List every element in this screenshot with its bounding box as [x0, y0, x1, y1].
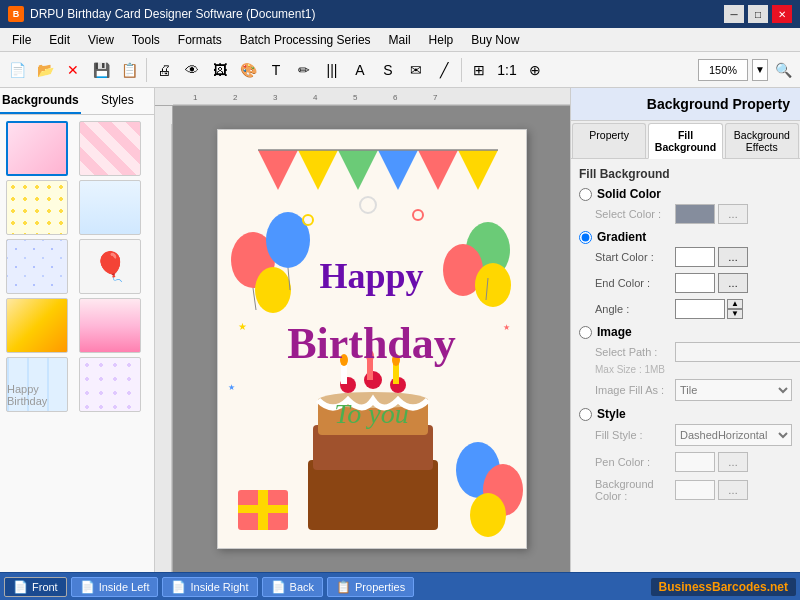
tb-ratio[interactable]: 1:1	[494, 57, 520, 83]
rp-tabs: Property Fill Background Background Effe…	[571, 121, 800, 159]
tb-grid[interactable]: ⊞	[466, 57, 492, 83]
ruler-left	[155, 106, 173, 572]
tb-saveas[interactable]: 📋	[116, 57, 142, 83]
end-color-browse[interactable]: …	[718, 273, 748, 293]
tab-front-icon: 📄	[13, 580, 28, 594]
tb-more2[interactable]: ╱	[431, 57, 457, 83]
angle-up[interactable]: ▲	[727, 299, 743, 309]
tb-close[interactable]: ✕	[60, 57, 86, 83]
angle-input[interactable]: 359	[675, 299, 725, 319]
bg-thumb-6[interactable]: 🎈	[79, 239, 141, 294]
solid-color-browse[interactable]: …	[718, 204, 748, 224]
bg-thumb-8[interactable]	[79, 298, 141, 353]
tb-zoomout[interactable]: 🔍	[770, 57, 796, 83]
menu-view[interactable]: View	[80, 31, 122, 49]
tab-back-label: Back	[290, 581, 314, 593]
tb-preview[interactable]: 👁	[179, 57, 205, 83]
tb-text[interactable]: T	[263, 57, 289, 83]
tb-color[interactable]: 🎨	[235, 57, 261, 83]
bg-thumb-9[interactable]: Happy Birthday	[6, 357, 68, 412]
svg-rect-50	[238, 505, 288, 513]
tab-inside-left[interactable]: 📄 Inside Left	[71, 577, 159, 597]
solid-color-radio[interactable]	[579, 188, 592, 201]
tab-back-icon: 📄	[271, 580, 286, 594]
svg-text:4: 4	[313, 93, 318, 102]
card-text-toyou: To you	[334, 398, 408, 430]
bg-thumb-10[interactable]	[79, 357, 141, 412]
bg-thumb-1[interactable]	[6, 121, 68, 176]
close-button[interactable]: ✕	[772, 5, 792, 23]
title-bar: B DRPU Birthday Card Designer Software (…	[0, 0, 800, 28]
menu-batch[interactable]: Batch Processing Series	[232, 31, 379, 49]
bg-thumb-2[interactable]	[79, 121, 141, 176]
brand-area: BusinessBarcodes.net	[651, 578, 796, 596]
svg-text:3: 3	[273, 93, 278, 102]
start-color-browse[interactable]: …	[718, 247, 748, 267]
bg-thumb-5[interactable]	[6, 239, 68, 294]
bg-color-label: Background Color :	[595, 478, 675, 502]
tb-save[interactable]: 💾	[88, 57, 114, 83]
menu-mail[interactable]: Mail	[381, 31, 419, 49]
tab-front[interactable]: 📄 Front	[4, 577, 67, 597]
tb-open[interactable]: 📂	[32, 57, 58, 83]
tb-barcode[interactable]: |||	[319, 57, 345, 83]
toolbar: 📄 📂 ✕ 💾 📋 🖨 👁 🖼 🎨 T ✏ ||| A S ✉ ╱ ⊞ 1:1 …	[0, 52, 800, 88]
zoom-input[interactable]: 150%	[698, 59, 748, 81]
angle-down[interactable]: ▼	[727, 309, 743, 319]
menu-tools[interactable]: Tools	[124, 31, 168, 49]
bg-thumb-4[interactable]	[79, 180, 141, 235]
select-color-label: Select Color :	[595, 208, 675, 220]
image-fill-row: Image Fill As : Tile	[579, 379, 792, 401]
menu-buynow[interactable]: Buy Now	[463, 31, 527, 49]
angle-row: Angle : 359 ▲ ▼	[579, 299, 792, 319]
image-fill-select: Tile	[675, 379, 792, 401]
image-fill-label: Image Fill As :	[595, 384, 675, 396]
tab-properties[interactable]: 📋 Properties	[327, 577, 414, 597]
tab-back[interactable]: 📄 Back	[262, 577, 323, 597]
ruler-top: 1 2 3 4 5 6 7	[155, 88, 570, 106]
svg-point-24	[475, 263, 511, 307]
image-radio[interactable]	[579, 326, 592, 339]
maximize-button[interactable]: □	[748, 5, 768, 23]
tab-fill-background[interactable]: Fill Background	[648, 123, 722, 159]
menu-help[interactable]: Help	[421, 31, 462, 49]
tb-draw[interactable]: ✏	[291, 57, 317, 83]
fill-style-select: DashedHorizontal	[675, 424, 792, 446]
tb-font[interactable]: A	[347, 57, 373, 83]
menu-edit[interactable]: Edit	[41, 31, 78, 49]
style-radio[interactable]	[579, 408, 592, 421]
tab-property[interactable]: Property	[572, 123, 646, 158]
menu-file[interactable]: File	[4, 31, 39, 49]
tab-styles[interactable]: Styles	[81, 88, 154, 114]
rp-header: Background Property	[571, 88, 800, 121]
menu-formats[interactable]: Formats	[170, 31, 230, 49]
tab-backgrounds[interactable]: Backgrounds	[0, 88, 81, 114]
tb-zoomin[interactable]: ⊕	[522, 57, 548, 83]
end-color-box[interactable]	[675, 273, 715, 293]
toolbar-sep-1	[146, 58, 147, 82]
main-layout: Backgrounds Styles 🎈 Happy Birthday	[0, 88, 800, 572]
bg-thumb-3[interactable]	[6, 180, 68, 235]
bg-thumb-7[interactable]	[6, 298, 68, 353]
tab-inside-left-label: Inside Left	[99, 581, 150, 593]
solid-color-box[interactable]	[675, 204, 715, 224]
svg-rect-35	[308, 460, 438, 530]
style-group: Style Fill Style : DashedHorizontal Pen …	[579, 407, 792, 502]
birthday-card[interactable]: ★ ★ ★	[217, 129, 527, 549]
tb-print[interactable]: 🖨	[151, 57, 177, 83]
tb-new[interactable]: 📄	[4, 57, 30, 83]
zoom-dropdown[interactable]: ▼	[752, 59, 768, 81]
gradient-radio[interactable]	[579, 231, 592, 244]
minimize-button[interactable]: ─	[724, 5, 744, 23]
tb-shapes[interactable]: S	[375, 57, 401, 83]
svg-text:6: 6	[393, 93, 398, 102]
tab-front-label: Front	[32, 581, 58, 593]
start-color-box[interactable]	[675, 247, 715, 267]
tb-img[interactable]: 🖼	[207, 57, 233, 83]
tb-more1[interactable]: ✉	[403, 57, 429, 83]
image-group: Image Select Path : … Max Size : 1MB Ima…	[579, 325, 792, 401]
tab-inside-right[interactable]: 📄 Inside Right	[162, 577, 257, 597]
menu-bar: File Edit View Tools Formats Batch Proce…	[0, 28, 800, 52]
tab-background-effects[interactable]: Background Effects	[725, 123, 799, 158]
gradient-radio-row: Gradient	[579, 230, 792, 244]
